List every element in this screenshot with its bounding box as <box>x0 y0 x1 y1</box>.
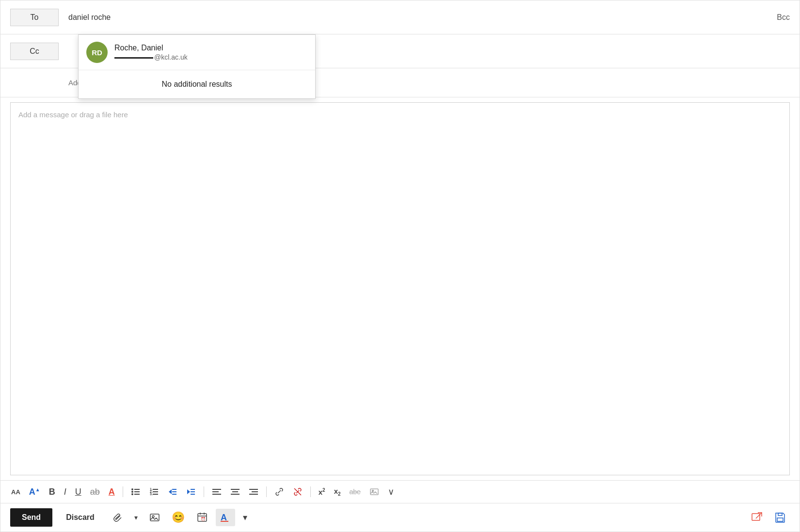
font-apps-button[interactable]: A <box>216 509 235 526</box>
svg-rect-25 <box>231 494 240 495</box>
schedule-icon: ⏰ <box>196 512 208 523</box>
image-icon <box>149 512 160 523</box>
svg-rect-3 <box>134 491 140 492</box>
more-formatting-button[interactable]: ∨ <box>385 485 397 499</box>
bullet-list-icon <box>131 487 141 497</box>
italic-icon: I <box>64 487 66 497</box>
svg-rect-26 <box>249 489 258 490</box>
save-draft-button[interactable] <box>770 509 790 526</box>
suggestion-email: @kcl.ac.uk <box>114 53 188 61</box>
font-grow-button[interactable]: A▲ <box>26 485 43 499</box>
align-left-icon <box>212 487 222 497</box>
svg-text:3.: 3. <box>150 492 153 496</box>
link-button[interactable] <box>272 485 287 499</box>
attach-dropdown-button[interactable]: ▾ <box>130 511 142 524</box>
svg-rect-9 <box>153 491 158 492</box>
more-actions-button[interactable]: ▾ <box>239 509 251 526</box>
send-button[interactable]: Send <box>10 508 52 527</box>
to-label: To <box>10 9 59 26</box>
insert-picture-icon <box>369 487 379 497</box>
link-icon <box>274 487 284 497</box>
suggestion-dropdown: RD Roche, Daniel @kcl.ac.uk No additiona… <box>78 34 316 99</box>
increase-indent-button[interactable] <box>183 485 199 499</box>
bold-button[interactable]: B <box>46 485 58 499</box>
subscript-icon: x2 <box>334 487 341 497</box>
strikethrough-button[interactable]: ab <box>87 485 103 499</box>
align-left-button[interactable] <box>209 485 224 499</box>
svg-rect-27 <box>252 491 258 492</box>
svg-rect-28 <box>249 494 258 495</box>
toolbar-sep-3 <box>266 486 267 497</box>
subscript-button[interactable]: x2 <box>331 485 344 499</box>
emoji-icon: 😊 <box>172 511 185 524</box>
svg-rect-19 <box>191 494 195 495</box>
svg-rect-11 <box>153 494 158 495</box>
svg-rect-14 <box>172 491 176 492</box>
svg-rect-5 <box>134 494 140 495</box>
superscript-icon: x2 <box>319 487 325 496</box>
svg-point-4 <box>131 493 133 495</box>
remove-link-icon <box>293 487 303 497</box>
svg-rect-21 <box>212 491 219 492</box>
svg-text:⏰: ⏰ <box>201 516 206 521</box>
strikethrough-icon: ab <box>90 487 100 497</box>
format-toolbar: AA A▲ B I U ab A 1. <box>0 480 800 503</box>
emoji-button[interactable]: 😊 <box>168 508 189 527</box>
svg-line-29 <box>294 488 301 495</box>
remove-link-button[interactable] <box>290 485 305 499</box>
font-color-icon: A <box>109 487 115 497</box>
bcc-toggle[interactable]: Bcc <box>777 13 790 22</box>
align-right-button[interactable] <box>246 485 261 499</box>
numbered-list-button[interactable]: 1. 2. 3. <box>146 485 162 499</box>
svg-rect-20 <box>212 489 221 490</box>
svg-rect-15 <box>172 494 176 495</box>
numbered-list-icon: 1. 2. 3. <box>149 487 159 497</box>
to-input[interactable] <box>68 13 777 22</box>
pop-out-button[interactable] <box>747 509 767 526</box>
svg-rect-43 <box>778 513 782 516</box>
insert-image-button[interactable] <box>145 509 164 526</box>
strikethrough2-button[interactable]: abe <box>347 486 364 498</box>
toolbar-sep-1 <box>123 486 123 497</box>
italic-button[interactable]: I <box>61 485 69 499</box>
suggestion-item[interactable]: RD Roche, Daniel @kcl.ac.uk <box>79 35 315 70</box>
redacted-email <box>114 57 153 59</box>
cc-label: Cc <box>10 43 59 60</box>
no-results-text: No additional results <box>79 70 315 98</box>
suggestion-info: Roche, Daniel @kcl.ac.uk <box>114 44 188 61</box>
align-center-icon <box>230 487 240 497</box>
svg-rect-1 <box>134 489 140 490</box>
right-actions <box>747 509 790 526</box>
svg-rect-44 <box>777 518 783 521</box>
suggestion-name: Roche, Daniel <box>114 44 188 52</box>
to-row: To Bcc RD Roche, Daniel @kcl.ac.uk No ad… <box>0 0 800 34</box>
bold-icon: B <box>49 487 55 497</box>
font-size-button[interactable]: AA <box>8 486 23 498</box>
svg-rect-13 <box>172 489 176 490</box>
bullet-list-button[interactable] <box>128 485 144 499</box>
attach-button[interactable] <box>108 509 127 526</box>
more-actions-icon: ▾ <box>243 512 247 523</box>
decrease-indent-button[interactable] <box>165 485 180 499</box>
more-formatting-icon: ∨ <box>388 486 394 497</box>
svg-rect-7 <box>153 489 158 490</box>
toolbar-sep-2 <box>204 486 204 497</box>
toolbar-sep-4 <box>310 486 311 497</box>
svg-marker-16 <box>187 489 190 494</box>
strikethrough2-icon: abe <box>350 488 361 496</box>
schedule-button[interactable]: ⏰ <box>192 509 212 526</box>
font-color-button[interactable]: A <box>106 485 118 499</box>
font-apps-icon: A <box>220 512 231 523</box>
insert-picture-button[interactable] <box>367 485 382 499</box>
underline-icon: U <box>75 487 81 497</box>
svg-rect-24 <box>232 491 238 492</box>
svg-rect-22 <box>212 494 221 495</box>
align-center-button[interactable] <box>227 485 243 499</box>
message-area[interactable]: Add a message or drag a file here <box>10 102 790 475</box>
message-placeholder: Add a message or drag a file here <box>18 110 782 119</box>
discard-button[interactable]: Discard <box>56 508 104 527</box>
attach-dropdown-icon: ▾ <box>134 514 138 521</box>
underline-button[interactable]: U <box>72 485 84 499</box>
superscript-button[interactable]: x2 <box>316 485 328 498</box>
svg-point-2 <box>131 491 133 493</box>
